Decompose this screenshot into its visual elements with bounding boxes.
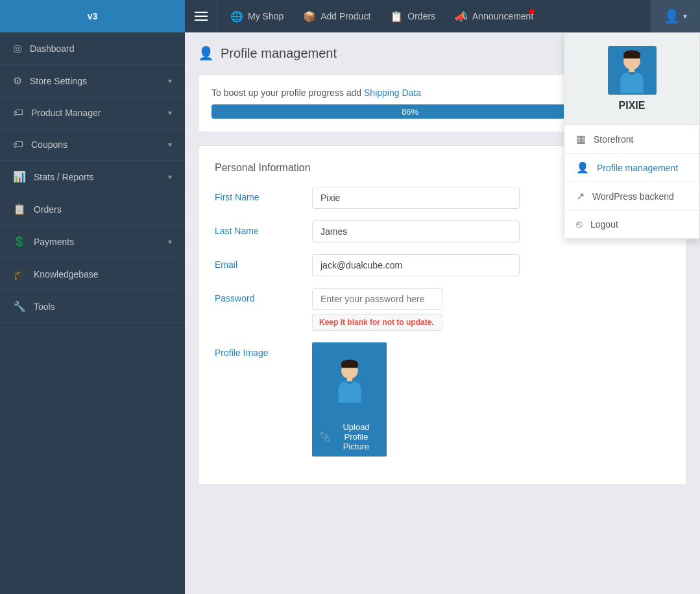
sidebar-coupons-label: Coupons xyxy=(31,139,67,150)
progress-label: 86% xyxy=(402,107,418,117)
first-name-label: First Name xyxy=(215,187,299,202)
sidebar-item-stats-reports[interactable]: 📊 Stats / Reports ▾ xyxy=(0,161,185,193)
sidebar-knowledgebase-label: Knowledgebase xyxy=(34,269,99,279)
shipping-data-link[interactable]: Shipping Data xyxy=(364,88,421,98)
progress-bar-fill: 86% xyxy=(211,104,609,119)
nav-announcement[interactable]: 📣 Announcement xyxy=(455,10,533,23)
knowledgebase-icon: 🎓 xyxy=(13,268,26,280)
nav-announcement-label: Announcement xyxy=(472,11,533,21)
password-input[interactable] xyxy=(312,288,442,310)
sidebar-payments-label: Payments xyxy=(34,237,74,247)
dropdown-item-wordpress-backend[interactable]: ↗ WordPress backend xyxy=(564,182,699,211)
version-label: v3 xyxy=(88,11,98,21)
profile-avatar-preview xyxy=(312,342,387,417)
sidebar-item-product-manager[interactable]: 🏷 Product Manager ▾ xyxy=(0,97,185,129)
dropdown-item-logout[interactable]: ⎋ Logout xyxy=(564,211,699,239)
coupons-icon: 🏷 xyxy=(13,139,23,150)
chevron-down-icon-2: ▾ xyxy=(168,108,172,117)
profile-management-icon: 👤 xyxy=(576,161,589,174)
dropdown-profile-label: Profile management xyxy=(597,163,678,173)
password-hint-text-after: to update. xyxy=(394,318,434,327)
chevron-down-icon: ▾ xyxy=(168,77,172,86)
sidebar-store-settings-label: Store Settings xyxy=(30,76,87,86)
upload-profile-picture-button[interactable]: 📎 Upload Profile Picture xyxy=(312,417,387,457)
payments-icon: 💲 xyxy=(13,235,26,248)
chevron-down-icon-3: ▾ xyxy=(168,140,172,149)
password-label: Password xyxy=(215,288,299,303)
nav-my-shop-label: My Shop xyxy=(248,11,284,21)
sidebar-orders-label: Orders xyxy=(34,204,62,215)
user-icon: 👤 xyxy=(664,8,680,24)
svg-rect-7 xyxy=(629,68,634,72)
logout-icon: ⎋ xyxy=(576,219,583,230)
nav-orders-label: Orders xyxy=(407,11,435,21)
dropdown-item-profile-management[interactable]: 👤 Profile management xyxy=(564,154,699,182)
chevron-down-icon-4: ▾ xyxy=(168,172,172,182)
last-name-label: Last Name xyxy=(215,220,299,236)
sidebar-item-payments[interactable]: 💲 Payments ▾ xyxy=(0,226,185,258)
dropdown-storefront-label: Storefront xyxy=(594,134,633,145)
last-name-input[interactable] xyxy=(312,220,520,243)
sidebar-item-tools[interactable]: 🔧 Tools xyxy=(0,291,185,323)
announcement-icon: 📣 xyxy=(455,10,468,23)
sidebar-item-coupons[interactable]: 🏷 Coupons ▾ xyxy=(0,129,185,161)
content-area: 👤 Profile management To boost up your pr… xyxy=(185,32,700,594)
password-hint-text-before: Keep it blank for xyxy=(319,318,382,327)
profile-image-wrap: 📎 Upload Profile Picture xyxy=(312,342,387,457)
first-name-input[interactable] xyxy=(312,187,520,209)
caret-down-icon: ▾ xyxy=(683,12,687,21)
dropdown-item-storefront[interactable]: ▦ Storefront xyxy=(564,125,699,154)
sidebar: ◎ Dashboard ⚙ Store Settings ▾ 🏷 Product… xyxy=(0,32,185,594)
email-label: Email xyxy=(215,254,299,270)
nav-my-shop[interactable]: 🌐 My Shop xyxy=(230,10,284,23)
progress-text-before: To boost up your profile progress add xyxy=(211,88,364,98)
store-settings-icon: ⚙ xyxy=(13,75,22,87)
svg-rect-3 xyxy=(346,377,352,381)
page-title: Profile management xyxy=(221,46,337,61)
profile-image-group: Profile Image xyxy=(215,342,670,457)
globe-icon: 🌐 xyxy=(230,10,243,23)
sidebar-item-knowledgebase[interactable]: 🎓 Knowledgebase xyxy=(0,258,185,291)
package-icon: 📦 xyxy=(303,10,316,23)
product-manager-icon: 🏷 xyxy=(13,107,23,119)
stats-icon: 📊 xyxy=(13,171,26,183)
sidebar-item-dashboard[interactable]: ◎ Dashboard xyxy=(0,32,185,65)
dropdown-username: PIXIE xyxy=(619,100,646,112)
user-dropdown-menu: PIXIE ▦ Storefront 👤 Profile management … xyxy=(564,32,700,239)
top-navbar: v3 🌐 My Shop 📦 Add Product 📋 Orders 📣 An… xyxy=(0,0,700,32)
user-menu-button[interactable]: 👤 ▾ xyxy=(651,0,700,32)
sidebar-item-orders[interactable]: 📋 Orders xyxy=(0,193,185,226)
upload-btn-label: Upload Profile Picture xyxy=(333,422,379,451)
chevron-down-icon-5: ▾ xyxy=(168,237,172,246)
profile-header-icon: 👤 xyxy=(198,45,214,61)
sidebar-item-store-settings[interactable]: ⚙ Store Settings ▾ xyxy=(0,65,185,97)
sidebar-stats-label: Stats / Reports xyxy=(34,172,94,182)
storefront-icon: ▦ xyxy=(576,133,586,145)
sidebar-dashboard-label: Dashboard xyxy=(30,43,75,54)
dropdown-avatar xyxy=(608,46,657,95)
dashboard-icon: ◎ xyxy=(13,42,22,54)
hamburger-button[interactable] xyxy=(185,0,217,32)
orders-icon: 📋 xyxy=(390,10,403,23)
sidebar-product-manager-label: Product Manager xyxy=(31,108,101,118)
wordpress-icon: ↗ xyxy=(576,190,585,202)
dropdown-wordpress-label: WordPress backend xyxy=(592,191,674,202)
email-group: Email xyxy=(215,254,670,276)
dropdown-avatar-svg xyxy=(612,48,651,93)
password-field-wrap: Keep it blank for not to update. xyxy=(312,288,442,331)
upload-icon: 📎 xyxy=(320,432,330,442)
nav-add-product-label: Add Product xyxy=(320,11,370,21)
orders-sidebar-icon: 📋 xyxy=(13,203,26,215)
nav-add-product[interactable]: 📦 Add Product xyxy=(303,10,370,23)
hamburger-icon xyxy=(195,12,208,21)
nav-orders[interactable]: 📋 Orders xyxy=(390,10,435,23)
profile-image-label: Profile Image xyxy=(215,342,299,358)
email-input[interactable] xyxy=(312,254,520,276)
tools-icon: 🔧 xyxy=(13,300,26,313)
main-layout: ◎ Dashboard ⚙ Store Settings ▾ 🏷 Product… xyxy=(0,32,700,594)
dropdown-logout-label: Logout xyxy=(590,219,618,230)
brand-logo: v3 xyxy=(0,0,185,32)
sidebar-tools-label: Tools xyxy=(34,302,55,312)
svg-rect-2 xyxy=(341,362,358,368)
svg-rect-6 xyxy=(623,53,640,58)
